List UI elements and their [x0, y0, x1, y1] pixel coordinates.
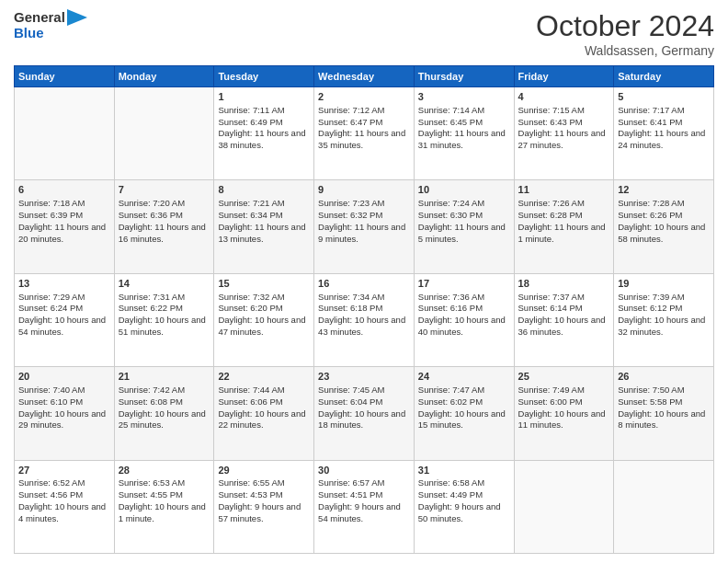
calendar-cell: 28Sunrise: 6:53 AMSunset: 4:55 PMDayligh… [114, 460, 214, 553]
day-info: Daylight: 10 hours and 4 minutes. [18, 501, 110, 525]
day-number: 7 [119, 183, 210, 197]
week-row-5: 27Sunrise: 6:52 AMSunset: 4:56 PMDayligh… [15, 460, 714, 553]
calendar-cell: 14Sunrise: 7:31 AMSunset: 6:22 PMDayligh… [114, 273, 214, 366]
day-info: Sunrise: 7:18 AM [18, 198, 110, 210]
day-info: Sunrise: 7:29 AM [18, 292, 110, 304]
logo: General Blue [14, 9, 87, 41]
day-number: 22 [218, 370, 310, 384]
day-number: 23 [318, 370, 410, 384]
calendar-cell: 3Sunrise: 7:14 AMSunset: 6:45 PMDaylight… [414, 87, 514, 180]
day-number: 24 [418, 370, 510, 384]
day-info: Daylight: 11 hours and 1 minute. [518, 222, 610, 246]
day-info: Sunrise: 7:21 AM [218, 198, 310, 210]
day-number: 25 [518, 370, 610, 384]
calendar-cell: 30Sunrise: 6:57 AMSunset: 4:51 PMDayligh… [314, 460, 415, 553]
calendar-cell [614, 460, 714, 553]
calendar-cell: 23Sunrise: 7:45 AMSunset: 6:04 PMDayligh… [314, 367, 415, 460]
day-info: Sunset: 6:26 PM [618, 210, 710, 222]
day-info: Sunrise: 6:53 AM [119, 477, 210, 489]
day-info: Sunset: 6:34 PM [218, 210, 310, 222]
day-info: Daylight: 11 hours and 35 minutes. [318, 128, 410, 152]
day-info: Sunrise: 7:40 AM [18, 385, 110, 396]
day-info: Sunrise: 7:37 AM [518, 292, 610, 304]
day-info: Sunset: 6:39 PM [18, 210, 110, 222]
svg-marker-0 [67, 9, 87, 26]
day-info: Sunset: 5:58 PM [618, 396, 710, 408]
day-info: Daylight: 10 hours and 43 minutes. [318, 315, 410, 339]
day-number: 16 [318, 277, 410, 291]
day-info: Daylight: 10 hours and 58 minutes. [618, 222, 710, 246]
day-info: Sunrise: 6:55 AM [218, 477, 310, 489]
day-number: 8 [218, 183, 310, 197]
day-number: 21 [119, 370, 210, 384]
day-info: Sunset: 6:08 PM [119, 396, 210, 408]
day-info: Sunset: 6:41 PM [618, 117, 710, 129]
day-number: 13 [18, 277, 110, 291]
calendar-cell: 31Sunrise: 6:58 AMSunset: 4:49 PMDayligh… [414, 460, 514, 553]
day-number: 10 [418, 183, 510, 197]
day-info: Sunset: 6:24 PM [18, 303, 110, 315]
calendar-cell: 19Sunrise: 7:39 AMSunset: 6:12 PMDayligh… [614, 273, 714, 366]
calendar-cell: 6Sunrise: 7:18 AMSunset: 6:39 PMDaylight… [15, 180, 115, 273]
calendar-cell: 18Sunrise: 7:37 AMSunset: 6:14 PMDayligh… [514, 273, 614, 366]
day-info: Daylight: 11 hours and 31 minutes. [418, 128, 510, 152]
day-info: Sunset: 6:47 PM [318, 117, 410, 129]
day-number: 9 [318, 183, 410, 197]
col-sunday: Sunday [15, 66, 115, 87]
day-info: Sunrise: 7:11 AM [218, 105, 310, 117]
day-info: Sunrise: 7:23 AM [318, 198, 410, 210]
day-info: Sunset: 4:53 PM [218, 489, 310, 501]
calendar-cell: 20Sunrise: 7:40 AMSunset: 6:10 PMDayligh… [15, 367, 115, 460]
day-info: Sunset: 6:30 PM [418, 210, 510, 222]
day-info: Daylight: 11 hours and 38 minutes. [218, 128, 310, 152]
calendar-cell: 1Sunrise: 7:11 AMSunset: 6:49 PMDaylight… [214, 87, 314, 180]
day-number: 2 [318, 90, 410, 104]
day-number: 11 [518, 183, 610, 197]
day-info: Sunrise: 7:50 AM [618, 385, 710, 396]
calendar-cell [114, 87, 214, 180]
day-info: Daylight: 10 hours and 1 minute. [119, 501, 210, 525]
day-info: Daylight: 10 hours and 15 minutes. [418, 408, 510, 432]
day-info: Sunset: 6:45 PM [418, 117, 510, 129]
day-info: Daylight: 10 hours and 22 minutes. [218, 408, 310, 432]
day-info: Sunrise: 7:39 AM [618, 292, 710, 304]
calendar-cell: 26Sunrise: 7:50 AMSunset: 5:58 PMDayligh… [614, 367, 714, 460]
calendar-cell: 7Sunrise: 7:20 AMSunset: 6:36 PMDaylight… [114, 180, 214, 273]
header: General Blue October 2024 Waldsassen, Ge… [14, 9, 714, 58]
calendar-header-row: Sunday Monday Tuesday Wednesday Thursday… [15, 66, 714, 87]
day-number: 29 [218, 464, 310, 477]
day-number: 1 [218, 90, 310, 104]
calendar-cell: 5Sunrise: 7:17 AMSunset: 6:41 PMDaylight… [614, 87, 714, 180]
day-info: Daylight: 10 hours and 18 minutes. [318, 408, 410, 432]
day-info: Sunrise: 7:36 AM [418, 292, 510, 304]
day-info: Daylight: 10 hours and 36 minutes. [518, 315, 610, 339]
day-info: Sunset: 6:12 PM [618, 303, 710, 315]
day-info: Sunrise: 7:32 AM [218, 292, 310, 304]
day-info: Sunset: 6:43 PM [518, 117, 610, 129]
calendar-cell: 15Sunrise: 7:32 AMSunset: 6:20 PMDayligh… [214, 273, 314, 366]
week-row-2: 6Sunrise: 7:18 AMSunset: 6:39 PMDaylight… [15, 180, 714, 273]
day-info: Sunrise: 7:24 AM [418, 198, 510, 210]
day-info: Sunrise: 7:28 AM [618, 198, 710, 210]
col-monday: Monday [114, 66, 214, 87]
calendar-cell: 21Sunrise: 7:42 AMSunset: 6:08 PMDayligh… [114, 367, 214, 460]
day-info: Sunset: 4:56 PM [18, 489, 110, 501]
day-info: Sunrise: 7:45 AM [318, 385, 410, 396]
day-number: 3 [418, 90, 510, 104]
col-thursday: Thursday [414, 66, 514, 87]
day-info: Daylight: 9 hours and 50 minutes. [418, 501, 510, 525]
day-number: 26 [618, 370, 710, 384]
day-number: 14 [119, 277, 210, 291]
calendar-cell: 13Sunrise: 7:29 AMSunset: 6:24 PMDayligh… [15, 273, 115, 366]
day-info: Sunset: 6:22 PM [119, 303, 210, 315]
month-title: October 2024 [536, 9, 714, 43]
day-info: Sunrise: 7:12 AM [318, 105, 410, 117]
day-info: Sunrise: 7:26 AM [518, 198, 610, 210]
day-info: Sunrise: 6:52 AM [18, 477, 110, 489]
day-info: Sunrise: 6:57 AM [318, 477, 410, 489]
location-title: Waldsassen, Germany [536, 43, 714, 58]
day-info: Daylight: 11 hours and 9 minutes. [318, 222, 410, 246]
logo-text: General Blue [14, 9, 87, 41]
col-wednesday: Wednesday [314, 66, 415, 87]
day-info: Sunset: 6:00 PM [518, 396, 610, 408]
